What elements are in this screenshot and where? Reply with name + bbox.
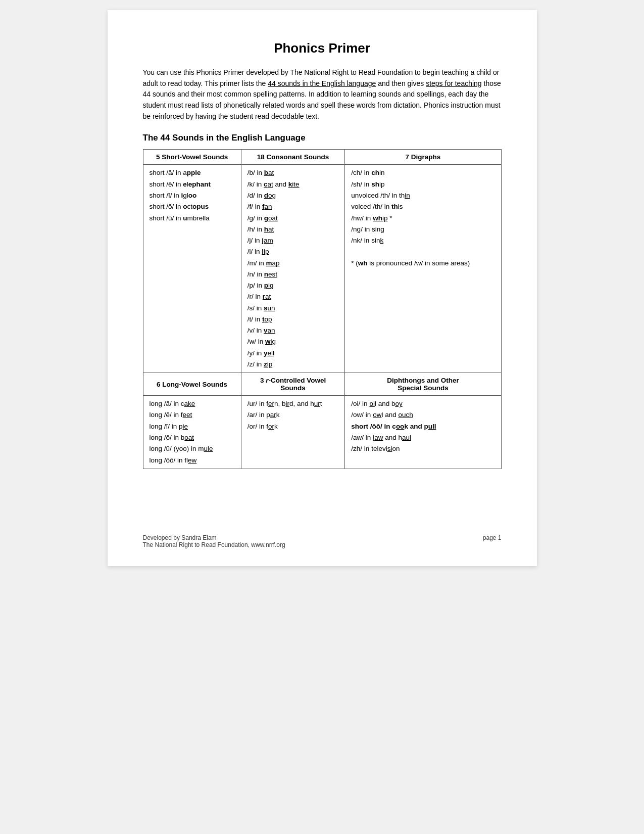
footer-page-number: page 1 [483, 534, 502, 548]
short-vowel-cell: short /ă/ in apple short /ĕ/ in elephant… [143, 165, 241, 373]
sounds-table: 5 Short-Vowel Sounds 18 Consonant Sounds… [143, 149, 502, 469]
page-title: Phonics Primer [143, 40, 502, 56]
document-page: Phonics Primer You can use this Phonics … [108, 10, 537, 566]
col-header-digraphs: 7 Digraphs [345, 150, 501, 165]
col-header-long-vowel: 6 Long-Vowel Sounds [143, 373, 241, 396]
intro-paragraph: You can use this Phonics Primer develope… [143, 67, 502, 122]
page-footer: Developed by Sandra Elam The National Ri… [143, 534, 502, 548]
footer-org: The National Right to Read Foundation, w… [143, 541, 285, 548]
footer-author: Developed by Sandra Elam [143, 534, 285, 541]
digraphs-cell: /ch/ in chin /sh/ in ship unvoiced /th/ … [345, 165, 501, 373]
col-header-consonant: 18 Consonant Sounds [241, 150, 345, 165]
long-vowel-cell: long /ā/ in cake long /ē/ in feet long /… [143, 396, 241, 469]
footer-left: Developed by Sandra Elam The National Ri… [143, 534, 285, 548]
col-header-short-vowel: 5 Short-Vowel Sounds [143, 150, 241, 165]
section-title: The 44 Sounds in the English Language [143, 133, 502, 143]
col-header-r-controlled: 3 r-Controlled VowelSounds [241, 373, 345, 396]
r-controlled-cell: /ur/ in fern, bird, and hurt /ar/ in par… [241, 396, 345, 469]
consonant-cell: /b/ in bat /k/ in cat and kite /d/ in do… [241, 165, 345, 373]
diphthongs-cell: /oi/ in oil and boy /ow/ in owl and ouch… [345, 396, 501, 469]
col-header-diphthongs: Diphthongs and OtherSpecial Sounds [345, 373, 501, 396]
